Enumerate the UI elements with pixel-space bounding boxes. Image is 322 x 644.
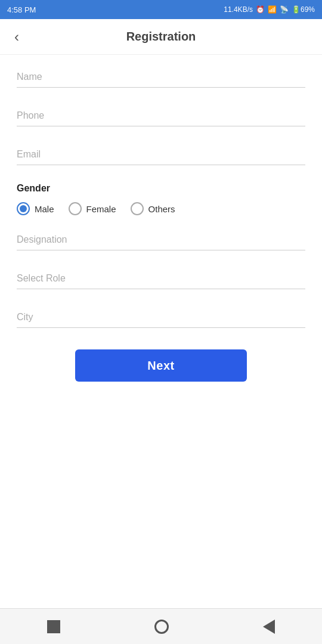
signal-icon: 📶 [268,5,277,14]
gender-section: Gender Male Female Others [17,183,305,215]
email-input[interactable] [17,144,305,165]
gender-female-label: Female [86,204,116,214]
gender-male-label: Male [35,204,54,214]
gender-others-label: Others [148,204,175,214]
recent-apps-button[interactable] [47,620,60,633]
triangle-icon [263,620,275,634]
phone-input[interactable] [17,106,305,126]
gender-option-others[interactable]: Others [131,202,175,215]
gender-option-female[interactable]: Female [69,202,116,215]
page-title: Registration [126,30,196,44]
designation-input[interactable] [17,230,305,250]
name-input[interactable] [17,67,305,88]
status-icons: 11.4KB/s ⏰ 📶 📡 🔋69% [224,5,315,14]
circle-icon [154,620,169,634]
home-button[interactable] [154,620,169,634]
network-speed-label: 11.4KB/s [224,5,253,14]
gender-option-male[interactable]: Male [17,202,54,215]
square-icon [47,620,60,633]
radio-others[interactable] [131,202,144,215]
phone-field-container [17,106,305,126]
radio-female[interactable] [69,202,82,215]
wifi-icon: 📡 [280,5,289,14]
status-time: 4:58 PM [7,5,36,14]
radio-male[interactable] [17,202,30,215]
status-bar: 4:58 PM 11.4KB/s ⏰ 📶 📡 🔋69% [0,0,322,19]
header: ‹ Registration [0,19,322,55]
select-role-field-container [17,268,305,289]
select-role-input[interactable] [17,268,305,289]
city-field-container [17,307,305,328]
alarm-icon: ⏰ [256,5,265,14]
gender-label: Gender [17,183,305,194]
email-field-container [17,144,305,165]
battery-icon: 🔋69% [292,5,315,14]
radio-male-inner [20,205,27,212]
name-field-container [17,67,305,88]
registration-form: Gender Male Female Others [0,55,322,328]
next-button[interactable]: Next [75,349,247,382]
back-button[interactable]: ‹ [10,26,24,48]
bottom-nav [0,608,322,644]
designation-field-container [17,230,305,250]
gender-options: Male Female Others [17,202,305,215]
back-nav-button[interactable] [263,620,275,634]
city-input[interactable] [17,307,305,328]
next-button-container: Next [0,349,322,382]
